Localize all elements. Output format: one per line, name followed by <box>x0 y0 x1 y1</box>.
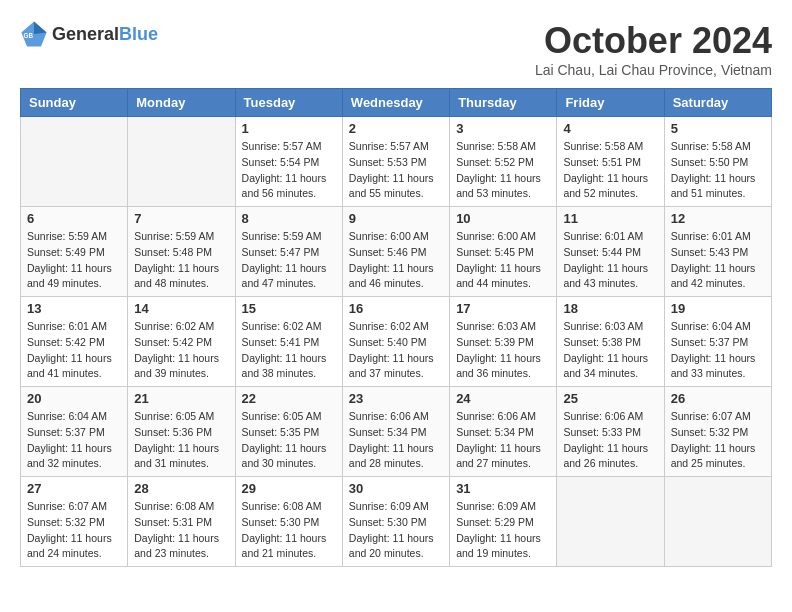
calendar-cell <box>557 477 664 567</box>
weekday-header: Saturday <box>664 89 771 117</box>
day-info: Sunrise: 5:58 AM Sunset: 5:50 PM Dayligh… <box>671 139 765 202</box>
calendar-cell: 28Sunrise: 6:08 AM Sunset: 5:31 PM Dayli… <box>128 477 235 567</box>
day-info: Sunrise: 6:05 AM Sunset: 5:36 PM Dayligh… <box>134 409 228 472</box>
day-info: Sunrise: 6:06 AM Sunset: 5:33 PM Dayligh… <box>563 409 657 472</box>
calendar-week-row: 13Sunrise: 6:01 AM Sunset: 5:42 PM Dayli… <box>21 297 772 387</box>
day-info: Sunrise: 6:06 AM Sunset: 5:34 PM Dayligh… <box>349 409 443 472</box>
weekday-header: Tuesday <box>235 89 342 117</box>
calendar-cell: 11Sunrise: 6:01 AM Sunset: 5:44 PM Dayli… <box>557 207 664 297</box>
day-number: 19 <box>671 301 765 316</box>
day-number: 30 <box>349 481 443 496</box>
day-number: 26 <box>671 391 765 406</box>
calendar-cell: 25Sunrise: 6:06 AM Sunset: 5:33 PM Dayli… <box>557 387 664 477</box>
calendar-cell: 19Sunrise: 6:04 AM Sunset: 5:37 PM Dayli… <box>664 297 771 387</box>
calendar-cell: 15Sunrise: 6:02 AM Sunset: 5:41 PM Dayli… <box>235 297 342 387</box>
day-number: 8 <box>242 211 336 226</box>
calendar-cell: 4Sunrise: 5:58 AM Sunset: 5:51 PM Daylig… <box>557 117 664 207</box>
day-info: Sunrise: 6:04 AM Sunset: 5:37 PM Dayligh… <box>671 319 765 382</box>
month-title: October 2024 <box>535 20 772 62</box>
day-number: 29 <box>242 481 336 496</box>
calendar-cell <box>21 117 128 207</box>
day-number: 27 <box>27 481 121 496</box>
day-number: 21 <box>134 391 228 406</box>
day-number: 3 <box>456 121 550 136</box>
calendar-cell: 5Sunrise: 5:58 AM Sunset: 5:50 PM Daylig… <box>664 117 771 207</box>
calendar-cell <box>128 117 235 207</box>
day-info: Sunrise: 6:07 AM Sunset: 5:32 PM Dayligh… <box>27 499 121 562</box>
day-number: 7 <box>134 211 228 226</box>
day-info: Sunrise: 6:00 AM Sunset: 5:45 PM Dayligh… <box>456 229 550 292</box>
weekday-header: Wednesday <box>342 89 449 117</box>
day-number: 23 <box>349 391 443 406</box>
day-info: Sunrise: 6:00 AM Sunset: 5:46 PM Dayligh… <box>349 229 443 292</box>
day-info: Sunrise: 5:57 AM Sunset: 5:53 PM Dayligh… <box>349 139 443 202</box>
calendar-cell: 3Sunrise: 5:58 AM Sunset: 5:52 PM Daylig… <box>450 117 557 207</box>
day-number: 10 <box>456 211 550 226</box>
calendar-cell: 24Sunrise: 6:06 AM Sunset: 5:34 PM Dayli… <box>450 387 557 477</box>
calendar-cell: 26Sunrise: 6:07 AM Sunset: 5:32 PM Dayli… <box>664 387 771 477</box>
day-info: Sunrise: 5:58 AM Sunset: 5:52 PM Dayligh… <box>456 139 550 202</box>
svg-marker-1 <box>34 21 47 34</box>
calendar-cell: 8Sunrise: 5:59 AM Sunset: 5:47 PM Daylig… <box>235 207 342 297</box>
calendar-cell: 7Sunrise: 5:59 AM Sunset: 5:48 PM Daylig… <box>128 207 235 297</box>
calendar-cell: 6Sunrise: 5:59 AM Sunset: 5:49 PM Daylig… <box>21 207 128 297</box>
day-number: 13 <box>27 301 121 316</box>
day-info: Sunrise: 5:59 AM Sunset: 5:48 PM Dayligh… <box>134 229 228 292</box>
day-info: Sunrise: 6:06 AM Sunset: 5:34 PM Dayligh… <box>456 409 550 472</box>
day-number: 9 <box>349 211 443 226</box>
day-info: Sunrise: 6:04 AM Sunset: 5:37 PM Dayligh… <box>27 409 121 472</box>
day-number: 17 <box>456 301 550 316</box>
location: Lai Chau, Lai Chau Province, Vietnam <box>535 62 772 78</box>
day-number: 22 <box>242 391 336 406</box>
weekday-header: Friday <box>557 89 664 117</box>
day-number: 6 <box>27 211 121 226</box>
calendar-cell: 27Sunrise: 6:07 AM Sunset: 5:32 PM Dayli… <box>21 477 128 567</box>
day-info: Sunrise: 5:57 AM Sunset: 5:54 PM Dayligh… <box>242 139 336 202</box>
day-number: 1 <box>242 121 336 136</box>
day-number: 11 <box>563 211 657 226</box>
day-info: Sunrise: 6:01 AM Sunset: 5:44 PM Dayligh… <box>563 229 657 292</box>
weekday-header: Monday <box>128 89 235 117</box>
day-number: 18 <box>563 301 657 316</box>
calendar-cell: 18Sunrise: 6:03 AM Sunset: 5:38 PM Dayli… <box>557 297 664 387</box>
day-number: 4 <box>563 121 657 136</box>
day-number: 15 <box>242 301 336 316</box>
calendar-cell: 17Sunrise: 6:03 AM Sunset: 5:39 PM Dayli… <box>450 297 557 387</box>
calendar-cell: 2Sunrise: 5:57 AM Sunset: 5:53 PM Daylig… <box>342 117 449 207</box>
calendar-table: SundayMondayTuesdayWednesdayThursdayFrid… <box>20 88 772 567</box>
day-info: Sunrise: 6:07 AM Sunset: 5:32 PM Dayligh… <box>671 409 765 472</box>
calendar-cell: 23Sunrise: 6:06 AM Sunset: 5:34 PM Dayli… <box>342 387 449 477</box>
day-number: 14 <box>134 301 228 316</box>
calendar-cell: 31Sunrise: 6:09 AM Sunset: 5:29 PM Dayli… <box>450 477 557 567</box>
calendar-cell: 12Sunrise: 6:01 AM Sunset: 5:43 PM Dayli… <box>664 207 771 297</box>
page-header: GB GeneralBlue October 2024 Lai Chau, La… <box>20 20 772 78</box>
day-number: 24 <box>456 391 550 406</box>
day-info: Sunrise: 6:09 AM Sunset: 5:29 PM Dayligh… <box>456 499 550 562</box>
day-number: 25 <box>563 391 657 406</box>
calendar-cell: 21Sunrise: 6:05 AM Sunset: 5:36 PM Dayli… <box>128 387 235 477</box>
weekday-header: Thursday <box>450 89 557 117</box>
calendar-week-row: 20Sunrise: 6:04 AM Sunset: 5:37 PM Dayli… <box>21 387 772 477</box>
calendar-cell: 29Sunrise: 6:08 AM Sunset: 5:30 PM Dayli… <box>235 477 342 567</box>
day-info: Sunrise: 6:08 AM Sunset: 5:31 PM Dayligh… <box>134 499 228 562</box>
calendar-cell <box>664 477 771 567</box>
weekday-header: Sunday <box>21 89 128 117</box>
day-number: 28 <box>134 481 228 496</box>
calendar-cell: 14Sunrise: 6:02 AM Sunset: 5:42 PM Dayli… <box>128 297 235 387</box>
day-info: Sunrise: 5:59 AM Sunset: 5:47 PM Dayligh… <box>242 229 336 292</box>
svg-text:GB: GB <box>24 32 34 39</box>
logo-icon: GB <box>20 20 48 48</box>
calendar-cell: 10Sunrise: 6:00 AM Sunset: 5:45 PM Dayli… <box>450 207 557 297</box>
calendar-cell: 13Sunrise: 6:01 AM Sunset: 5:42 PM Dayli… <box>21 297 128 387</box>
day-number: 20 <box>27 391 121 406</box>
calendar-cell: 30Sunrise: 6:09 AM Sunset: 5:30 PM Dayli… <box>342 477 449 567</box>
calendar-cell: 1Sunrise: 5:57 AM Sunset: 5:54 PM Daylig… <box>235 117 342 207</box>
weekday-header-row: SundayMondayTuesdayWednesdayThursdayFrid… <box>21 89 772 117</box>
day-info: Sunrise: 6:09 AM Sunset: 5:30 PM Dayligh… <box>349 499 443 562</box>
calendar-week-row: 6Sunrise: 5:59 AM Sunset: 5:49 PM Daylig… <box>21 207 772 297</box>
day-info: Sunrise: 6:08 AM Sunset: 5:30 PM Dayligh… <box>242 499 336 562</box>
day-info: Sunrise: 6:02 AM Sunset: 5:42 PM Dayligh… <box>134 319 228 382</box>
calendar-cell: 16Sunrise: 6:02 AM Sunset: 5:40 PM Dayli… <box>342 297 449 387</box>
logo-general: General <box>52 24 119 44</box>
day-info: Sunrise: 6:02 AM Sunset: 5:40 PM Dayligh… <box>349 319 443 382</box>
